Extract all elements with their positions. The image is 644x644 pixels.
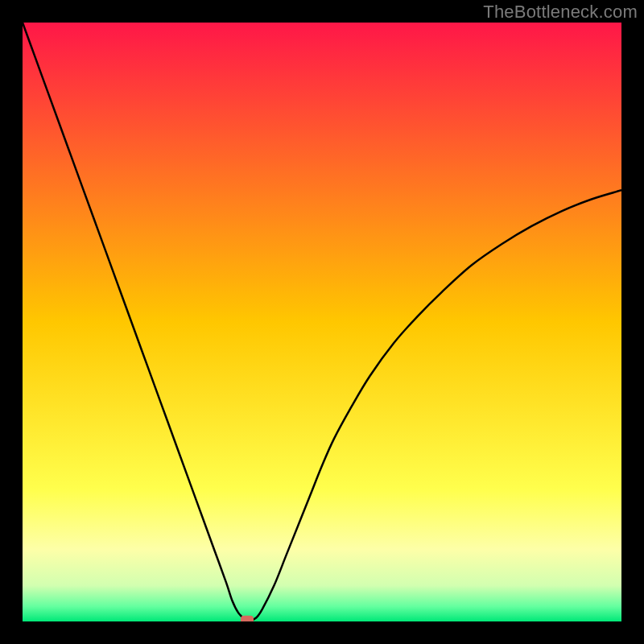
gradient-background: [23, 23, 621, 621]
watermark-text: TheBottleneck.com: [483, 2, 638, 23]
bottleneck-chart: [23, 23, 621, 621]
optimum-marker: [241, 616, 254, 621]
chart-frame: TheBottleneck.com: [0, 0, 644, 644]
